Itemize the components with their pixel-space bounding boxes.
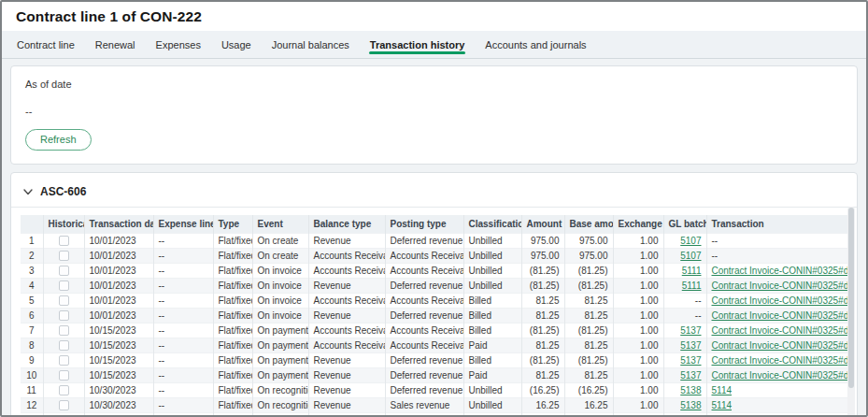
gl-batch-link[interactable]: 5111 xyxy=(682,280,702,291)
cell-historical xyxy=(43,383,84,398)
cell-amount: (16.25) xyxy=(521,383,564,398)
cell-exchange-rate: 1.00 xyxy=(613,309,663,324)
gl-batch-link[interactable]: 5111 xyxy=(682,266,702,276)
cell-gl-batch: -- xyxy=(663,309,706,324)
cell-event: On recognition xyxy=(252,398,308,413)
cell-transaction-date: 10/30/2023 xyxy=(84,398,153,413)
cell-exchange-rate: 1.00 xyxy=(613,264,663,279)
cell-classification: Billed xyxy=(463,294,521,309)
cell-type: Flat/fixed xyxy=(213,234,252,249)
cell-amount: 975.00 xyxy=(521,234,564,249)
cell-type: Flat/fixed xyxy=(213,413,252,417)
tab-contract-line[interactable]: Contract line xyxy=(7,31,85,58)
transaction-link[interactable]: Contract Invoice-CONIN#0325#doc xyxy=(712,295,848,306)
page-title: Contract line 1 of CON-222 xyxy=(16,8,202,25)
historical-checkbox[interactable] xyxy=(59,280,69,291)
historical-checkbox[interactable] xyxy=(59,310,69,321)
historical-checkbox[interactable] xyxy=(59,266,69,276)
refresh-button[interactable]: Refresh xyxy=(25,129,92,151)
gl-batch-link[interactable]: 5138 xyxy=(680,385,701,395)
cell-gl-batch: 5137 xyxy=(663,324,706,338)
cell-event: On invoice xyxy=(252,264,308,279)
gl-batch-link[interactable]: 5107 xyxy=(680,251,701,261)
table-scrollbar[interactable] xyxy=(847,207,855,417)
transaction-link[interactable]: Contract Invoice-CONIN#0325#doc xyxy=(712,310,848,321)
tab-accounts-and-journals[interactable]: Accounts and journals xyxy=(475,31,596,58)
cell-amount: 81.25 xyxy=(521,338,564,353)
cell-expense-line-no: -- xyxy=(153,249,213,264)
cell-event: On invoice xyxy=(252,294,308,309)
historical-checkbox[interactable] xyxy=(59,355,69,366)
historical-checkbox[interactable] xyxy=(59,400,69,410)
cell-transaction-date: 10/01/2023 xyxy=(84,309,153,324)
transaction-history-table: HistoricalTransaction dateExpense line n… xyxy=(21,215,847,417)
gl-batch-link[interactable]: 5137 xyxy=(680,325,701,336)
transaction-link[interactable]: Contract Invoice-CONIN#0325#doc xyxy=(712,355,848,366)
cell-exchange-rate: 1.00 xyxy=(613,234,663,249)
historical-checkbox[interactable] xyxy=(59,251,69,261)
gl-batch-link[interactable]: 5138 xyxy=(680,400,701,410)
cell-gl-batch: 5137 xyxy=(663,368,706,383)
historical-checkbox[interactable] xyxy=(59,340,69,351)
tab-journal-balances[interactable]: Journal balances xyxy=(262,31,360,58)
cell-base-amount: (81.25) xyxy=(564,264,613,279)
col-header-posting-type: Posting type xyxy=(385,215,463,234)
tab-renewal[interactable]: Renewal xyxy=(85,31,146,58)
transaction-link[interactable]: Contract Invoice-CONIN#0325#doc xyxy=(712,266,848,276)
cell-row-number: 2 xyxy=(21,249,43,264)
cell-classification: Paid xyxy=(463,413,521,417)
cell-event: On recognition xyxy=(252,383,308,398)
cell-historical xyxy=(43,353,84,368)
cell-exchange-rate: 1.00 xyxy=(613,294,663,309)
gl-batch-link[interactable]: 5137 xyxy=(680,370,701,381)
transaction-link[interactable]: Contract Invoice-CONIN#0325#doc xyxy=(712,325,848,336)
tab-usage[interactable]: Usage xyxy=(211,31,262,58)
gl-batch-link[interactable]: 5137 xyxy=(680,355,701,366)
tab-expenses[interactable]: Expenses xyxy=(146,31,211,58)
transaction-link[interactable]: Contract Invoice-CONIN#0325#doc xyxy=(712,280,848,291)
cell-gl-batch: 5111 xyxy=(663,279,706,294)
cell-amount: 81.25 xyxy=(521,294,564,309)
content-area: As of date -- Refresh ASC-606 Historical… xyxy=(2,59,866,415)
cell-balance-type: Revenue xyxy=(308,353,385,368)
cell-row-number: 4 xyxy=(21,279,43,294)
cell-exchange-rate: 1.00 xyxy=(613,353,663,368)
transaction-link[interactable]: 5114 xyxy=(712,400,733,410)
cell-historical xyxy=(43,413,84,417)
transaction-link[interactable]: Contract Invoice-CONIN#0325#doc xyxy=(712,370,848,381)
cell-classification: Unbilled xyxy=(463,249,521,264)
cell-balance-type: Revenue xyxy=(308,234,385,249)
historical-checkbox[interactable] xyxy=(59,236,69,246)
cell-row-number: 9 xyxy=(21,353,43,368)
historical-checkbox[interactable] xyxy=(59,385,69,395)
scrollbar-thumb[interactable] xyxy=(848,208,854,388)
cell-historical xyxy=(43,294,84,309)
transaction-link[interactable]: 5114 xyxy=(712,385,733,395)
cell-row-number: 7 xyxy=(21,324,43,338)
cell-type: Flat/fixed xyxy=(213,249,252,264)
gl-batch-link[interactable]: 5137 xyxy=(680,340,701,351)
cell-gl-batch: 5139 xyxy=(663,413,706,417)
cell-type: Flat/fixed xyxy=(213,383,252,398)
cell-posting-type: Accounts Receivable xyxy=(385,294,463,309)
cell-type: Flat/fixed xyxy=(213,368,252,383)
asc606-section: ASC-606 HistoricalTransaction dateExpens… xyxy=(10,172,858,417)
transaction-link[interactable]: Contract Invoice-CONIN#0325#doc xyxy=(712,340,848,351)
col-header-base-amount: Base amount xyxy=(564,215,613,234)
historical-checkbox[interactable] xyxy=(59,325,69,336)
cell-amount: 81.25 xyxy=(521,368,564,383)
cell-type: Flat/fixed xyxy=(213,338,252,353)
cell-posting-type: Accounts Receivable xyxy=(385,324,463,338)
historical-checkbox[interactable] xyxy=(59,295,69,306)
cell-transaction: Contract Invoice-CONIN#0325#doc xyxy=(706,309,847,324)
cell-row-number: 10 xyxy=(21,368,43,383)
tab-transaction-history[interactable]: Transaction history xyxy=(360,31,475,58)
chevron-down-icon xyxy=(23,189,33,195)
asc606-section-header[interactable]: ASC-606 xyxy=(11,178,857,208)
cell-expense-line-no: -- xyxy=(153,353,213,368)
as-of-date-value[interactable]: -- xyxy=(25,106,843,117)
cell-historical xyxy=(43,368,84,383)
gl-batch-link[interactable]: 5107 xyxy=(680,236,701,246)
table-row: 1110/30/2023--Flat/fixedOn recognitionRe… xyxy=(21,383,847,398)
historical-checkbox[interactable] xyxy=(59,370,69,381)
